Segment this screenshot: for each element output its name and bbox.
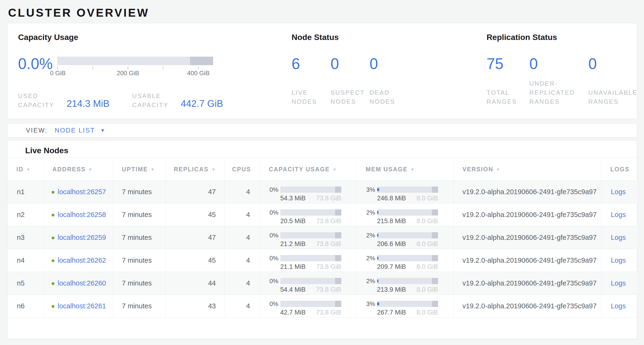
view-selector-bar: VIEW: NODE LIST ▼	[7, 123, 637, 138]
capacity-reserved-segment	[335, 232, 341, 238]
capacity-usage-values: 54.3 MiB73.8 GiB	[280, 195, 341, 202]
usable-capacity-stat: USABLE CAPACITY 442.7 GiB	[132, 90, 223, 109]
node-live-dot-icon	[52, 259, 54, 262]
node-status-stats: 6LIVE NODES0SUSPECT NODES0DEAD NODES	[292, 55, 486, 106]
cell-uptime: 7 minutes	[113, 181, 166, 203]
logs-link[interactable]: Logs	[611, 188, 626, 196]
stat-value: 0	[529, 55, 588, 73]
column-header-capacity[interactable]: CAPACITY USAGE▼	[260, 158, 356, 181]
capacity-reserved-segment	[432, 209, 438, 216]
used-value: 54.4 MiB	[280, 286, 306, 293]
node-address-link[interactable]: localhost:26258	[58, 211, 106, 218]
logs-link[interactable]: Logs	[611, 234, 626, 241]
capacity-usage-percent-label: 0%	[266, 301, 280, 307]
table-row: n4localhost:262627 minutes4540%21.1 MiB7…	[7, 249, 637, 272]
column-header-replicas[interactable]: REPLICAS▼	[166, 158, 224, 181]
cell-mem-usage: 2%215.8 MiB8.0 GiB	[356, 203, 453, 226]
column-header-version[interactable]: VERSION▼	[453, 158, 601, 181]
column-header-id[interactable]: ID▼	[7, 158, 43, 181]
stat-value: 6	[292, 55, 330, 73]
cell-cpus: 4	[224, 272, 260, 295]
used-value: 42.7 MiB	[280, 309, 306, 316]
cell-uptime: 7 minutes	[113, 226, 166, 249]
cell-mem-usage: 3%246.8 MiB8.0 GiB	[356, 181, 453, 203]
column-header-mem[interactable]: MEM USAGE▼	[356, 158, 453, 181]
cell-version: v19.2.0-alpha.20190606-2491-gfe735c9a97	[453, 226, 601, 249]
stat-label: TOTAL RANGES	[486, 80, 529, 106]
node-address-link[interactable]: localhost:26257	[58, 188, 106, 196]
capacity-reserved-segment	[432, 232, 438, 238]
live-nodes-card: Live Nodes ID▼ADDRESS▼UPTIME▼REPLICAS▼CP…	[7, 140, 637, 339]
column-header-label: CAPACITY USAGE	[269, 166, 330, 173]
capacity-usage-values: 21.1 MiB73.8 GiB	[280, 263, 341, 270]
cell-address: localhost:26258	[43, 203, 113, 226]
node-address-link[interactable]: localhost:26261	[58, 302, 106, 310]
logs-link[interactable]: Logs	[611, 211, 626, 218]
capacity-usage-percent-label: 0%	[266, 209, 280, 216]
total-value: 8.0 GiB	[416, 286, 438, 293]
usage-fill	[377, 234, 378, 237]
chevron-down-icon: ▼	[100, 128, 106, 133]
cell-capacity-usage: 0%54.3 MiB73.8 GiB	[260, 181, 356, 203]
cell-node-id: n2	[7, 203, 43, 226]
node-address-link[interactable]: localhost:26262	[58, 256, 106, 264]
cell-node-id: n3	[7, 226, 43, 249]
capacity-usage-bar	[280, 209, 341, 216]
mem-usage-bar	[377, 301, 438, 307]
stat-label: USED CAPACITY	[18, 90, 60, 109]
table-row: n5localhost:262607 minutes4440%54.4 MiB7…	[7, 272, 637, 295]
capacity-reserved-segment	[335, 187, 341, 193]
cell-node-id: n1	[7, 181, 43, 203]
logs-link[interactable]: Logs	[611, 279, 626, 287]
view-dropdown[interactable]: NODE LIST ▼	[55, 127, 106, 134]
live-nodes-heading: Live Nodes	[7, 146, 637, 155]
cell-mem-usage: 2%206.6 MiB8.0 GiB	[356, 226, 453, 249]
node-address-link[interactable]: localhost:26259	[58, 234, 106, 241]
cell-version: v19.2.0-alpha.20190606-2491-gfe735c9a97	[453, 249, 601, 272]
capacity-usage-values: 54.4 MiB73.8 GiB	[280, 286, 341, 293]
cluster-overview-page: CLUSTER OVERVIEW Capacity Usage 0.0% 0 G…	[0, 0, 644, 345]
sort-desc-icon: ▼	[212, 168, 216, 172]
node-status-section: Node Status 6LIVE NODES0SUSPECT NODES0DE…	[292, 32, 486, 119]
column-header-label: CPUS	[232, 166, 251, 173]
capacity-axis-ticks	[57, 65, 213, 70]
sort-desc-icon: ▼	[410, 168, 415, 172]
cell-cpus: 4	[224, 203, 260, 226]
cell-logs: Logs	[601, 249, 637, 272]
logs-link[interactable]: Logs	[611, 302, 626, 310]
capacity-usage-bar	[280, 187, 341, 193]
sort-desc-icon: ▼	[26, 168, 31, 172]
mem-usage-values: 209.7 MiB8.0 GiB	[377, 263, 438, 270]
stat-label: DEAD NODES	[370, 80, 408, 106]
cell-cpus: 4	[224, 295, 260, 318]
cell-uptime: 7 minutes	[113, 295, 166, 318]
axis-label: 200 GiB	[117, 70, 139, 77]
cell-version: v19.2.0-alpha.20190606-2491-gfe735c9a97	[453, 203, 601, 226]
mem-usage-percent-label: 2%	[364, 278, 377, 284]
replication-status-section: Replication Status 75TOTAL RANGES0UNDER-…	[486, 32, 643, 119]
summary-stat: 0UNDER-REPLICATED RANGES	[529, 55, 588, 106]
used-value: 21.1 MiB	[280, 263, 306, 270]
stat-value: 0	[370, 55, 408, 73]
summary-stat: 0UNAVAILABLE RANGES	[588, 55, 643, 106]
mem-usage-values: 215.8 MiB8.0 GiB	[377, 217, 438, 225]
total-value: 8.0 GiB	[416, 217, 438, 225]
table-header-row: ID▼ADDRESS▼UPTIME▼REPLICAS▼CPUSCAPACITY …	[7, 158, 637, 181]
capacity-usage-bar	[280, 255, 341, 261]
logs-link[interactable]: Logs	[611, 256, 626, 264]
capacity-usage-bar	[280, 301, 341, 307]
cell-node-id: n5	[7, 272, 43, 295]
cell-address: localhost:26262	[43, 249, 113, 272]
node-address-link[interactable]: localhost:26260	[58, 279, 106, 287]
column-header-address[interactable]: ADDRESS▼	[43, 158, 113, 181]
capacity-usage-percent-label: 0%	[266, 278, 280, 284]
sort-desc-icon: ▼	[88, 168, 93, 172]
live-nodes-table: ID▼ADDRESS▼UPTIME▼REPLICAS▼CPUSCAPACITY …	[7, 158, 637, 318]
used-value: 206.6 MiB	[377, 240, 406, 247]
capacity-reserved-segment	[335, 209, 341, 216]
capacity-reserved-segment	[432, 301, 438, 307]
used-value: 267.7 MiB	[377, 309, 406, 316]
column-header-uptime[interactable]: UPTIME▼	[113, 158, 166, 181]
capacity-usage-bar	[280, 278, 341, 284]
axis-label: 400 GiB	[187, 70, 210, 77]
